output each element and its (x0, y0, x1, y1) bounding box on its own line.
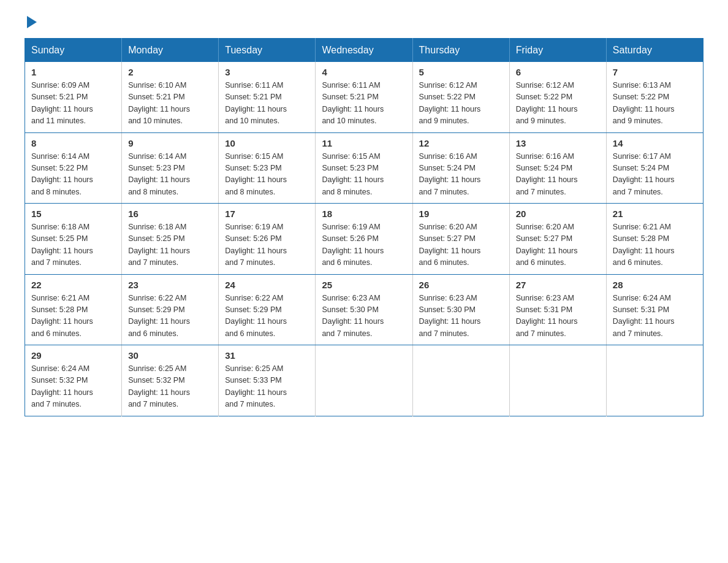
calendar-cell: 30 Sunrise: 6:25 AM Sunset: 5:32 PM Dayl… (122, 345, 219, 416)
day-number: 4 (322, 67, 406, 77)
weekday-header-row: SundayMondayTuesdayWednesdayThursdayFrid… (25, 39, 703, 63)
day-number: 7 (613, 67, 697, 77)
day-info: Sunrise: 6:23 AM Sunset: 5:30 PM Dayligh… (322, 293, 406, 340)
calendar-cell: 27 Sunrise: 6:23 AM Sunset: 5:31 PM Dayl… (509, 274, 606, 345)
calendar-cell: 5 Sunrise: 6:12 AM Sunset: 5:22 PM Dayli… (412, 62, 509, 132)
day-info: Sunrise: 6:24 AM Sunset: 5:31 PM Dayligh… (613, 293, 697, 340)
day-number: 6 (516, 67, 600, 77)
calendar-cell: 2 Sunrise: 6:10 AM Sunset: 5:21 PM Dayli… (122, 62, 219, 132)
calendar-cell: 9 Sunrise: 6:14 AM Sunset: 5:23 PM Dayli… (122, 132, 219, 204)
day-number: 17 (225, 209, 309, 219)
weekday-header-saturday: Saturday (606, 39, 703, 63)
logo (25, 18, 37, 26)
day-info: Sunrise: 6:12 AM Sunset: 5:22 PM Dayligh… (516, 80, 600, 128)
day-info: Sunrise: 6:13 AM Sunset: 5:22 PM Dayligh… (613, 80, 697, 128)
calendar-header: SundayMondayTuesdayWednesdayThursdayFrid… (25, 39, 703, 63)
day-number: 11 (322, 138, 406, 148)
calendar-cell: 19 Sunrise: 6:20 AM Sunset: 5:27 PM Dayl… (412, 204, 509, 275)
day-number: 12 (419, 138, 503, 148)
calendar-cell: 10 Sunrise: 6:15 AM Sunset: 5:23 PM Dayl… (219, 132, 316, 204)
day-info: Sunrise: 6:20 AM Sunset: 5:27 PM Dayligh… (516, 221, 600, 269)
day-info: Sunrise: 6:10 AM Sunset: 5:21 PM Dayligh… (128, 80, 212, 128)
day-number: 29 (31, 350, 115, 361)
day-number: 27 (516, 280, 600, 290)
day-number: 19 (419, 209, 503, 219)
calendar-week-2: 8 Sunrise: 6:14 AM Sunset: 5:22 PM Dayli… (25, 132, 703, 204)
day-info: Sunrise: 6:12 AM Sunset: 5:22 PM Dayligh… (419, 80, 503, 128)
calendar-cell: 7 Sunrise: 6:13 AM Sunset: 5:22 PM Dayli… (606, 62, 703, 132)
day-info: Sunrise: 6:25 AM Sunset: 5:32 PM Dayligh… (128, 363, 212, 411)
weekday-header-monday: Monday (122, 39, 219, 63)
day-number: 14 (613, 138, 697, 148)
calendar-cell: 22 Sunrise: 6:21 AM Sunset: 5:28 PM Dayl… (25, 274, 122, 345)
calendar-week-1: 1 Sunrise: 6:09 AM Sunset: 5:21 PM Dayli… (25, 62, 703, 132)
logo-top (25, 18, 37, 28)
day-number: 22 (31, 280, 115, 290)
calendar-cell: 6 Sunrise: 6:12 AM Sunset: 5:22 PM Dayli… (509, 62, 606, 132)
calendar-cell (606, 345, 703, 416)
day-number: 3 (225, 67, 309, 77)
day-number: 15 (31, 209, 115, 219)
day-info: Sunrise: 6:22 AM Sunset: 5:29 PM Dayligh… (128, 293, 212, 340)
weekday-header-thursday: Thursday (412, 39, 509, 63)
weekday-header-wednesday: Wednesday (316, 39, 412, 63)
weekday-header-friday: Friday (509, 39, 606, 63)
day-number: 30 (128, 350, 212, 361)
day-info: Sunrise: 6:19 AM Sunset: 5:26 PM Dayligh… (322, 221, 406, 269)
day-number: 9 (128, 138, 212, 148)
calendar-cell: 16 Sunrise: 6:18 AM Sunset: 5:25 PM Dayl… (122, 204, 219, 275)
day-number: 28 (613, 280, 697, 290)
calendar-week-3: 15 Sunrise: 6:18 AM Sunset: 5:25 PM Dayl… (25, 204, 703, 275)
calendar-week-4: 22 Sunrise: 6:21 AM Sunset: 5:28 PM Dayl… (25, 274, 703, 345)
weekday-header-tuesday: Tuesday (219, 39, 316, 63)
day-number: 10 (225, 138, 309, 148)
day-info: Sunrise: 6:16 AM Sunset: 5:24 PM Dayligh… (419, 151, 503, 199)
day-info: Sunrise: 6:24 AM Sunset: 5:32 PM Dayligh… (31, 363, 115, 411)
logo-arrow-icon (27, 16, 37, 28)
day-info: Sunrise: 6:21 AM Sunset: 5:28 PM Dayligh… (31, 293, 115, 340)
day-info: Sunrise: 6:11 AM Sunset: 5:21 PM Dayligh… (322, 80, 406, 128)
calendar-cell: 12 Sunrise: 6:16 AM Sunset: 5:24 PM Dayl… (412, 132, 509, 204)
day-number: 25 (322, 280, 406, 290)
day-info: Sunrise: 6:11 AM Sunset: 5:21 PM Dayligh… (225, 80, 309, 128)
day-info: Sunrise: 6:23 AM Sunset: 5:31 PM Dayligh… (516, 293, 600, 340)
calendar-body: 1 Sunrise: 6:09 AM Sunset: 5:21 PM Dayli… (25, 62, 703, 416)
calendar-cell: 15 Sunrise: 6:18 AM Sunset: 5:25 PM Dayl… (25, 204, 122, 275)
weekday-header-sunday: Sunday (25, 39, 122, 63)
day-number: 18 (322, 209, 406, 219)
day-info: Sunrise: 6:22 AM Sunset: 5:29 PM Dayligh… (225, 293, 309, 340)
day-number: 24 (225, 280, 309, 290)
page-header (25, 18, 703, 26)
day-info: Sunrise: 6:18 AM Sunset: 5:25 PM Dayligh… (31, 221, 115, 269)
day-info: Sunrise: 6:18 AM Sunset: 5:25 PM Dayligh… (128, 221, 212, 269)
day-number: 26 (419, 280, 503, 290)
calendar-table: SundayMondayTuesdayWednesdayThursdayFrid… (25, 38, 703, 416)
day-number: 20 (516, 209, 600, 219)
calendar-cell: 24 Sunrise: 6:22 AM Sunset: 5:29 PM Dayl… (219, 274, 316, 345)
day-info: Sunrise: 6:16 AM Sunset: 5:24 PM Dayligh… (516, 151, 600, 199)
calendar-cell: 29 Sunrise: 6:24 AM Sunset: 5:32 PM Dayl… (25, 345, 122, 416)
day-info: Sunrise: 6:15 AM Sunset: 5:23 PM Dayligh… (322, 151, 406, 199)
day-info: Sunrise: 6:15 AM Sunset: 5:23 PM Dayligh… (225, 151, 309, 199)
calendar-cell: 20 Sunrise: 6:20 AM Sunset: 5:27 PM Dayl… (509, 204, 606, 275)
calendar-cell: 11 Sunrise: 6:15 AM Sunset: 5:23 PM Dayl… (316, 132, 412, 204)
calendar-week-5: 29 Sunrise: 6:24 AM Sunset: 5:32 PM Dayl… (25, 345, 703, 416)
calendar-cell: 1 Sunrise: 6:09 AM Sunset: 5:21 PM Dayli… (25, 62, 122, 132)
calendar-cell: 3 Sunrise: 6:11 AM Sunset: 5:21 PM Dayli… (219, 62, 316, 132)
calendar-cell: 13 Sunrise: 6:16 AM Sunset: 5:24 PM Dayl… (509, 132, 606, 204)
day-number: 5 (419, 67, 503, 77)
day-info: Sunrise: 6:21 AM Sunset: 5:28 PM Dayligh… (613, 221, 697, 269)
day-number: 1 (31, 67, 115, 77)
calendar-cell (316, 345, 412, 416)
day-info: Sunrise: 6:14 AM Sunset: 5:23 PM Dayligh… (128, 151, 212, 199)
calendar-cell: 26 Sunrise: 6:23 AM Sunset: 5:30 PM Dayl… (412, 274, 509, 345)
calendar-cell: 4 Sunrise: 6:11 AM Sunset: 5:21 PM Dayli… (316, 62, 412, 132)
day-info: Sunrise: 6:17 AM Sunset: 5:24 PM Dayligh… (613, 151, 697, 199)
day-info: Sunrise: 6:14 AM Sunset: 5:22 PM Dayligh… (31, 151, 115, 199)
calendar-cell: 28 Sunrise: 6:24 AM Sunset: 5:31 PM Dayl… (606, 274, 703, 345)
day-info: Sunrise: 6:23 AM Sunset: 5:30 PM Dayligh… (419, 293, 503, 340)
calendar-cell: 23 Sunrise: 6:22 AM Sunset: 5:29 PM Dayl… (122, 274, 219, 345)
day-number: 13 (516, 138, 600, 148)
day-number: 16 (128, 209, 212, 219)
day-number: 31 (225, 350, 309, 361)
